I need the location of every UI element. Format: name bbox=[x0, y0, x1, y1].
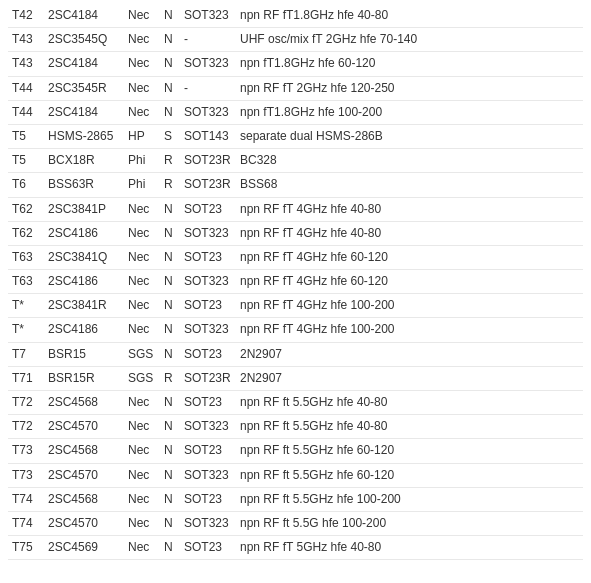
row-pkg: SOT323 bbox=[180, 463, 236, 487]
row-part: 2SC4184 bbox=[44, 100, 124, 124]
table-row: T5 HSMS-2865 HP S SOT143 separate dual H… bbox=[8, 124, 583, 148]
row-type: N bbox=[160, 511, 180, 535]
row-desc: UHF osc/mix fT 2GHz hfe 70-140 bbox=[236, 28, 583, 52]
row-pkg: - bbox=[180, 28, 236, 52]
row-mfr: Nec bbox=[124, 318, 160, 342]
row-id: T43 bbox=[8, 28, 44, 52]
table-row: T63 2SC4186 Nec N SOT323 npn RF fT 4GHz … bbox=[8, 270, 583, 294]
table-row: T72 2SC4570 Nec N SOT323 npn RF ft 5.5GH… bbox=[8, 415, 583, 439]
row-type: N bbox=[160, 4, 180, 28]
row-id: T44 bbox=[8, 76, 44, 100]
table-row: T42 2SC4184 Nec N SOT323 npn RF fT1.8GHz… bbox=[8, 4, 583, 28]
table-row: T43 2SC3545Q Nec N - UHF osc/mix fT 2GHz… bbox=[8, 28, 583, 52]
row-part: 2SC4568 bbox=[44, 391, 124, 415]
row-pkg: SOT23 bbox=[180, 439, 236, 463]
row-mfr: Nec bbox=[124, 511, 160, 535]
table-row: T7 BSR15 SGS N SOT23 2N2907 bbox=[8, 342, 583, 366]
table-row: T73 2SC4568 Nec N SOT23 npn RF ft 5.5GHz… bbox=[8, 439, 583, 463]
row-id: T42 bbox=[8, 4, 44, 28]
row-part: 2SC4184 bbox=[44, 52, 124, 76]
row-desc: BSS68 bbox=[236, 173, 583, 197]
table-row: T71 BSR15R SGS R SOT23R 2N2907 bbox=[8, 366, 583, 390]
row-part: 2SC3841P bbox=[44, 197, 124, 221]
row-id: T43 bbox=[8, 52, 44, 76]
row-pkg: SOT323 bbox=[180, 511, 236, 535]
row-desc: npn RF fT1.8GHz hfe 40-80 bbox=[236, 4, 583, 28]
row-mfr: Nec bbox=[124, 270, 160, 294]
row-pkg: SOT323 bbox=[180, 100, 236, 124]
table-row: T* 2SC4186 Nec N SOT323 npn RF fT 4GHz h… bbox=[8, 318, 583, 342]
table-row: T5 BCX18R Phi R SOT23R BC328 bbox=[8, 149, 583, 173]
row-pkg: SOT143 bbox=[180, 124, 236, 148]
row-pkg: SOT23R bbox=[180, 173, 236, 197]
row-type: R bbox=[160, 149, 180, 173]
row-pkg: SOT323 bbox=[180, 415, 236, 439]
row-id: T5 bbox=[8, 124, 44, 148]
table-row: T73 2SC4570 Nec N SOT323 npn RF ft 5.5GH… bbox=[8, 463, 583, 487]
row-id: T73 bbox=[8, 463, 44, 487]
row-pkg: SOT323 bbox=[180, 52, 236, 76]
table-row: T74 2SC4568 Nec N SOT23 npn RF ft 5.5GHz… bbox=[8, 487, 583, 511]
row-desc: npn fT1.8GHz hfe 60-120 bbox=[236, 52, 583, 76]
row-type: R bbox=[160, 366, 180, 390]
row-part: 2SC4569 bbox=[44, 536, 124, 560]
row-type: S bbox=[160, 124, 180, 148]
row-id: T7 bbox=[8, 342, 44, 366]
row-pkg: SOT323 bbox=[180, 318, 236, 342]
row-pkg: SOT323 bbox=[180, 270, 236, 294]
row-desc: npn RF ft 5.5G hfe 100-200 bbox=[236, 511, 583, 535]
row-mfr: Nec bbox=[124, 463, 160, 487]
row-part: 2SC4186 bbox=[44, 318, 124, 342]
row-mfr: Nec bbox=[124, 221, 160, 245]
row-id: T72 bbox=[8, 391, 44, 415]
row-mfr: Nec bbox=[124, 487, 160, 511]
row-pkg: - bbox=[180, 76, 236, 100]
row-type: N bbox=[160, 270, 180, 294]
row-desc: npn RF ft 5.5GHz hfe 40-80 bbox=[236, 415, 583, 439]
row-id: T74 bbox=[8, 511, 44, 535]
row-part: 2SC4570 bbox=[44, 463, 124, 487]
row-id: T62 bbox=[8, 197, 44, 221]
row-part: 2SC4186 bbox=[44, 221, 124, 245]
row-pkg: SOT23 bbox=[180, 197, 236, 221]
row-type: N bbox=[160, 391, 180, 415]
row-pkg: SOT23 bbox=[180, 294, 236, 318]
main-table-container: T42 2SC4184 Nec N SOT323 npn RF fT1.8GHz… bbox=[0, 0, 591, 564]
row-mfr: Nec bbox=[124, 52, 160, 76]
table-row: T62 2SC3841P Nec N SOT23 npn RF fT 4GHz … bbox=[8, 197, 583, 221]
table-row: T72 2SC4568 Nec N SOT23 npn RF ft 5.5GHz… bbox=[8, 391, 583, 415]
row-mfr: Nec bbox=[124, 197, 160, 221]
row-desc: npn RF fT 4GHz hfe 40-80 bbox=[236, 221, 583, 245]
row-pkg: SOT323 bbox=[180, 4, 236, 28]
row-desc: npn RF fT 5GHz hfe 40-80 bbox=[236, 536, 583, 560]
row-part: 2SC4184 bbox=[44, 4, 124, 28]
row-mfr: SGS bbox=[124, 342, 160, 366]
row-type: N bbox=[160, 245, 180, 269]
row-type: N bbox=[160, 487, 180, 511]
row-id: T44 bbox=[8, 100, 44, 124]
row-id: T* bbox=[8, 318, 44, 342]
row-mfr: Nec bbox=[124, 4, 160, 28]
row-part: BSR15R bbox=[44, 366, 124, 390]
row-type: N bbox=[160, 415, 180, 439]
row-part: BCX18R bbox=[44, 149, 124, 173]
row-part: HSMS-2865 bbox=[44, 124, 124, 148]
row-pkg: SOT323 bbox=[180, 221, 236, 245]
row-part: 2SC4570 bbox=[44, 415, 124, 439]
transistor-table: T42 2SC4184 Nec N SOT323 npn RF fT1.8GHz… bbox=[8, 4, 583, 560]
row-type: N bbox=[160, 197, 180, 221]
row-desc: npn RF ft 5.5GHz hfe 60-120 bbox=[236, 439, 583, 463]
table-row: T74 2SC4570 Nec N SOT323 npn RF ft 5.5G … bbox=[8, 511, 583, 535]
row-type: N bbox=[160, 463, 180, 487]
row-mfr: Nec bbox=[124, 415, 160, 439]
row-part: 2SC3545R bbox=[44, 76, 124, 100]
row-part: BSS63R bbox=[44, 173, 124, 197]
row-id: T62 bbox=[8, 221, 44, 245]
row-part: 2SC4568 bbox=[44, 439, 124, 463]
row-pkg: SOT23 bbox=[180, 536, 236, 560]
row-desc: BC328 bbox=[236, 149, 583, 173]
row-id: T73 bbox=[8, 439, 44, 463]
row-type: N bbox=[160, 221, 180, 245]
row-type: N bbox=[160, 294, 180, 318]
row-id: T5 bbox=[8, 149, 44, 173]
